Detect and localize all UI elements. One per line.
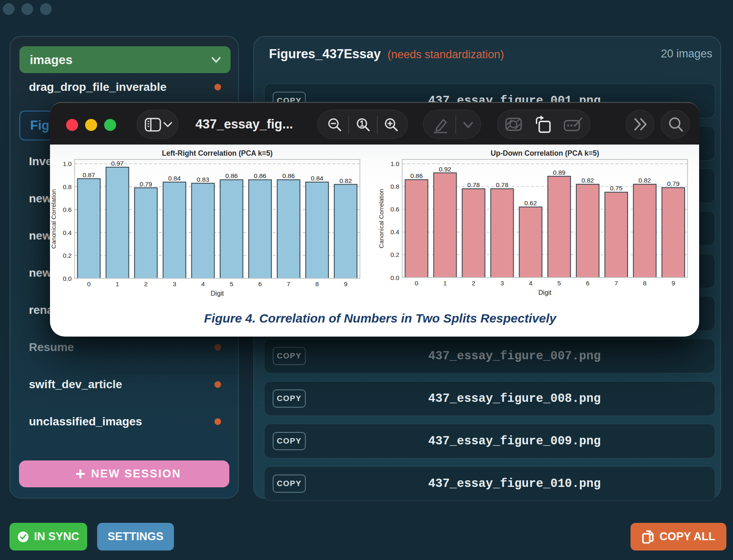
- svg-text:0.84: 0.84: [311, 175, 324, 182]
- svg-text:0.86: 0.86: [254, 172, 266, 179]
- svg-text:0.78: 0.78: [496, 181, 508, 188]
- svg-text:Canonical Correlation: Canonical Correlation: [378, 189, 385, 248]
- svg-text:8: 8: [643, 280, 647, 287]
- svg-text:0.86: 0.86: [225, 172, 238, 179]
- svg-text:0: 0: [415, 280, 419, 287]
- svg-text:0.82: 0.82: [581, 177, 594, 184]
- svg-text:Left-Right Correlation (PCA k=: Left-Right Correlation (PCA k=5): [162, 149, 273, 157]
- svg-text:1.0: 1.0: [390, 160, 400, 167]
- svg-text:9: 9: [671, 280, 675, 287]
- svg-text:5: 5: [230, 280, 233, 287]
- svg-text:4: 4: [201, 280, 205, 287]
- svg-text:0.97: 0.97: [111, 160, 124, 167]
- svg-text:0.82: 0.82: [339, 177, 352, 184]
- svg-text:2: 2: [472, 280, 476, 287]
- svg-text:Canonical Correlation: Canonical Correlation: [50, 189, 57, 249]
- svg-text:2: 2: [144, 280, 148, 287]
- svg-text:0: 0: [87, 280, 91, 287]
- svg-text:0.87: 0.87: [83, 171, 95, 178]
- svg-text:0.6: 0.6: [390, 206, 400, 213]
- svg-text:5: 5: [557, 280, 561, 287]
- svg-text:0.4: 0.4: [63, 229, 72, 236]
- svg-text:1.0: 1.0: [63, 160, 72, 167]
- svg-text:0.84: 0.84: [168, 175, 181, 182]
- svg-text:0.8: 0.8: [390, 183, 400, 190]
- svg-text:9: 9: [344, 280, 347, 287]
- svg-text:4: 4: [529, 280, 533, 287]
- svg-text:1: 1: [443, 280, 447, 287]
- svg-text:0.79: 0.79: [667, 180, 679, 187]
- svg-text:0.0: 0.0: [63, 275, 72, 282]
- svg-text:0.6: 0.6: [63, 206, 72, 213]
- svg-text:0.2: 0.2: [63, 252, 72, 259]
- svg-text:0.86: 0.86: [282, 172, 295, 179]
- svg-text:3: 3: [500, 280, 504, 287]
- svg-text:0.62: 0.62: [524, 199, 537, 206]
- svg-text:0.92: 0.92: [439, 166, 451, 173]
- svg-text:0.86: 0.86: [410, 172, 423, 179]
- svg-text:6: 6: [258, 280, 262, 287]
- svg-text:0.83: 0.83: [197, 176, 209, 183]
- svg-text:0.2: 0.2: [390, 251, 400, 258]
- svg-text:0.0: 0.0: [390, 274, 400, 281]
- svg-text:1: 1: [116, 280, 119, 287]
- svg-text:7: 7: [287, 280, 290, 287]
- svg-text:7: 7: [614, 280, 618, 287]
- svg-text:Digit: Digit: [538, 289, 552, 296]
- svg-text:0.75: 0.75: [610, 185, 622, 192]
- svg-text:Figure 4. Correlation of Numbe: Figure 4. Correlation of Numbers in Two …: [204, 311, 557, 325]
- svg-text:8: 8: [315, 280, 319, 287]
- svg-text:0.8: 0.8: [63, 183, 72, 190]
- svg-text:0.82: 0.82: [638, 177, 651, 184]
- svg-text:0.78: 0.78: [467, 181, 480, 188]
- svg-text:0.89: 0.89: [553, 169, 565, 176]
- svg-text:0.79: 0.79: [140, 180, 152, 187]
- svg-text:0.4: 0.4: [390, 228, 400, 235]
- svg-text:6: 6: [586, 280, 590, 287]
- svg-text:Up-Down Correlation (PCA k=5): Up-Down Correlation (PCA k=5): [491, 149, 599, 157]
- svg-text:Digit: Digit: [211, 290, 224, 297]
- svg-text:3: 3: [173, 280, 176, 287]
